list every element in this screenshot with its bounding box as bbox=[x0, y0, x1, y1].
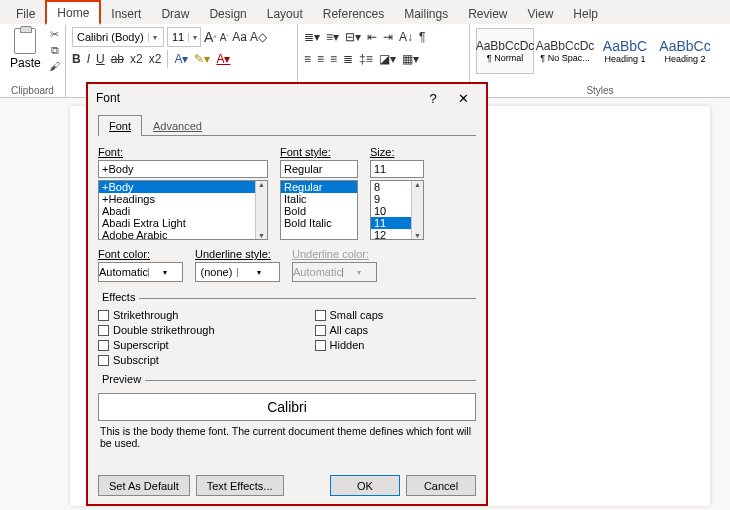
scroll-down-icon[interactable]: ▼ bbox=[414, 232, 421, 239]
subscript-button[interactable]: x2 bbox=[130, 52, 143, 66]
ok-button[interactable]: OK bbox=[330, 475, 400, 496]
font-listbox[interactable]: +Body +Headings Abadi Abadi Extra Light … bbox=[98, 180, 268, 240]
format-painter-icon[interactable]: 🖌 bbox=[47, 60, 63, 74]
tab-view[interactable]: View bbox=[518, 3, 564, 24]
sort-button[interactable]: A↓ bbox=[399, 30, 413, 44]
italic-button[interactable]: I bbox=[87, 52, 90, 66]
shading-button[interactable]: ◪▾ bbox=[379, 52, 396, 66]
text-effects-button[interactable]: A▾ bbox=[174, 52, 188, 66]
superscript-button[interactable]: x2 bbox=[149, 52, 162, 66]
scroll-up-icon[interactable]: ▲ bbox=[414, 181, 421, 188]
align-left-button[interactable]: ≡ bbox=[304, 52, 311, 66]
list-item[interactable]: +Headings bbox=[99, 193, 267, 205]
underline-style-combo[interactable]: (none)▾ bbox=[195, 262, 280, 282]
decrease-indent-button[interactable]: ⇤ bbox=[367, 30, 377, 44]
style-heading-2[interactable]: AaBbCc Heading 2 bbox=[656, 28, 714, 74]
show-hide-button[interactable]: ¶ bbox=[419, 30, 425, 44]
style-name: ¶ No Spac... bbox=[540, 53, 589, 63]
font-color-combo[interactable]: Automatic▾ bbox=[98, 262, 183, 282]
check-all-caps[interactable]: All caps bbox=[315, 324, 384, 336]
underline-button[interactable]: U bbox=[96, 52, 105, 66]
dialog-tab-font[interactable]: Font bbox=[98, 115, 142, 136]
check-subscript[interactable]: Subscript bbox=[98, 354, 215, 366]
scroll-down-icon[interactable]: ▼ bbox=[258, 232, 265, 239]
list-item[interactable]: Abadi bbox=[99, 205, 267, 217]
check-double-strikethrough[interactable]: Double strikethrough bbox=[98, 324, 215, 336]
scroll-up-icon[interactable]: ▲ bbox=[258, 181, 265, 188]
font-style-listbox[interactable]: Regular Italic Bold Bold Italic bbox=[280, 180, 358, 240]
list-item[interactable]: Bold Italic bbox=[281, 217, 357, 229]
list-item[interactable]: Regular bbox=[281, 181, 357, 193]
check-superscript[interactable]: Superscript bbox=[98, 339, 215, 351]
clear-formatting-button[interactable]: A◇ bbox=[250, 30, 267, 44]
size-listbox[interactable]: 8 9 10 11 12 ▲▼ bbox=[370, 180, 424, 240]
shrink-font-button[interactable]: A˅ bbox=[220, 32, 230, 43]
multilevel-list-button[interactable]: ⊟▾ bbox=[345, 30, 361, 44]
effects-header: Effects bbox=[98, 291, 139, 303]
strikethrough-button[interactable]: ab bbox=[111, 52, 124, 66]
change-case-button[interactable]: Aa bbox=[232, 30, 247, 44]
font-color-button[interactable]: A▾ bbox=[216, 52, 230, 66]
size-field[interactable]: 11 bbox=[370, 160, 424, 178]
font-size-value: 11 bbox=[168, 31, 188, 43]
list-item[interactable]: Abadi Extra Light bbox=[99, 217, 267, 229]
cancel-button[interactable]: Cancel bbox=[406, 475, 476, 496]
cut-icon[interactable]: ✂ bbox=[47, 28, 63, 42]
style-heading-1[interactable]: AaBbC Heading 1 bbox=[596, 28, 654, 74]
scrollbar[interactable]: ▲▼ bbox=[255, 181, 267, 239]
chevron-down-icon[interactable]: ▾ bbox=[188, 33, 200, 42]
tab-insert[interactable]: Insert bbox=[101, 3, 151, 24]
check-hidden[interactable]: Hidden bbox=[315, 339, 384, 351]
paste-button[interactable]: Paste bbox=[6, 26, 45, 72]
copy-icon[interactable]: ⧉ bbox=[47, 44, 63, 58]
close-button[interactable]: ✕ bbox=[448, 91, 478, 106]
checkbox-icon bbox=[98, 355, 109, 366]
list-item[interactable]: Adobe Arabic bbox=[99, 229, 267, 240]
style-normal[interactable]: AaBbCcDc ¶ Normal bbox=[476, 28, 534, 74]
justify-button[interactable]: ≣ bbox=[343, 52, 353, 66]
highlight-button[interactable]: ✎▾ bbox=[194, 52, 210, 66]
tab-mailings[interactable]: Mailings bbox=[394, 3, 458, 24]
help-button[interactable]: ? bbox=[418, 91, 448, 106]
tab-help[interactable]: Help bbox=[563, 3, 608, 24]
tab-draw[interactable]: Draw bbox=[151, 3, 199, 24]
tab-references[interactable]: References bbox=[313, 3, 394, 24]
numbering-button[interactable]: ≡▾ bbox=[326, 30, 339, 44]
style-no-spacing[interactable]: AaBbCcDc ¶ No Spac... bbox=[536, 28, 594, 74]
font-size-combo[interactable]: 11▾ bbox=[167, 27, 201, 47]
chevron-down-icon[interactable]: ▾ bbox=[148, 268, 182, 277]
set-default-button[interactable]: Set As Default bbox=[98, 475, 190, 496]
grow-font-button[interactable]: A^ bbox=[204, 29, 217, 45]
tab-file[interactable]: File bbox=[6, 3, 45, 24]
align-right-button[interactable]: ≡ bbox=[330, 52, 337, 66]
align-center-button[interactable]: ≡ bbox=[317, 52, 324, 66]
borders-button[interactable]: ▦▾ bbox=[402, 52, 419, 66]
list-item[interactable]: Bold bbox=[281, 205, 357, 217]
style-name: Heading 1 bbox=[604, 54, 645, 64]
style-sample: AaBbC bbox=[603, 38, 647, 54]
preview-hint: This is the body theme font. The current… bbox=[98, 421, 476, 449]
list-item[interactable]: +Body bbox=[99, 181, 267, 193]
tab-review[interactable]: Review bbox=[458, 3, 517, 24]
bullets-button[interactable]: ≣▾ bbox=[304, 30, 320, 44]
check-strikethrough[interactable]: Strikethrough bbox=[98, 309, 215, 321]
text-effects-button[interactable]: Text Effects... bbox=[196, 475, 284, 496]
font-name-combo[interactable]: Calibri (Body)▾ bbox=[72, 27, 164, 47]
chevron-down-icon: ▾ bbox=[342, 268, 376, 277]
increase-indent-button[interactable]: ⇥ bbox=[383, 30, 393, 44]
tab-layout[interactable]: Layout bbox=[257, 3, 313, 24]
line-spacing-button[interactable]: ‡≡ bbox=[359, 52, 373, 66]
chevron-down-icon[interactable]: ▾ bbox=[148, 33, 160, 42]
style-sample: AaBbCcDc bbox=[476, 39, 535, 53]
tab-home[interactable]: Home bbox=[45, 0, 101, 25]
chevron-down-icon[interactable]: ▾ bbox=[237, 268, 279, 277]
font-style-field[interactable]: Regular bbox=[280, 160, 358, 178]
scrollbar[interactable]: ▲▼ bbox=[411, 181, 423, 239]
list-item[interactable]: Italic bbox=[281, 193, 357, 205]
font-field[interactable]: +Body bbox=[98, 160, 268, 178]
check-small-caps[interactable]: Small caps bbox=[315, 309, 384, 321]
checkbox-icon bbox=[98, 340, 109, 351]
bold-button[interactable]: B bbox=[72, 52, 81, 66]
dialog-tab-advanced[interactable]: Advanced bbox=[142, 115, 213, 136]
tab-design[interactable]: Design bbox=[199, 3, 256, 24]
